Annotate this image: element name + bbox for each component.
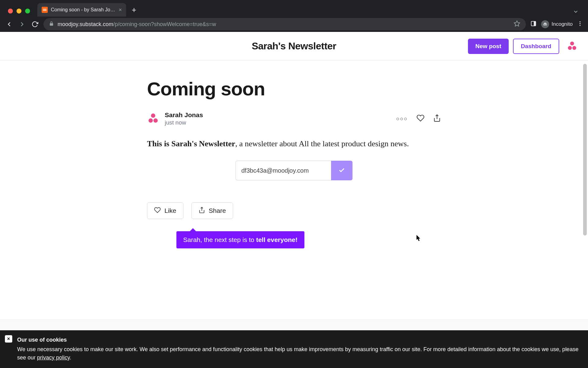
like-icon[interactable] bbox=[417, 114, 424, 123]
share-top-icon[interactable] bbox=[433, 114, 441, 123]
svg-point-12 bbox=[149, 118, 153, 123]
cookie-banner: × Our use of cookies We use necessary co… bbox=[0, 330, 588, 368]
callout-prefix: Sarah, the next step is to bbox=[183, 236, 256, 243]
svg-point-11 bbox=[151, 113, 155, 118]
tab-bar: Coming soon - by Sarah Jonas × + bbox=[37, 3, 136, 17]
like-button[interactable]: Like bbox=[147, 202, 183, 219]
browser-toolbar: moodjoy.substack.com/p/coming-soon?showW… bbox=[0, 17, 588, 32]
post-body-strong: This is Sarah's Newsletter bbox=[147, 139, 235, 148]
svg-point-10 bbox=[572, 46, 576, 50]
window-controls bbox=[8, 9, 30, 13]
svg-marker-0 bbox=[514, 21, 520, 26]
heart-icon bbox=[154, 207, 161, 215]
like-label: Like bbox=[164, 207, 176, 214]
cookie-body-line: We use necessary cookies to make our sit… bbox=[17, 345, 580, 362]
url-text: moodjoy.substack.com/p/coming-soon?showW… bbox=[58, 21, 216, 28]
url-host: moodjoy.substack.com bbox=[58, 21, 113, 27]
svg-point-8 bbox=[570, 41, 574, 45]
svg-point-3 bbox=[544, 24, 545, 25]
email-value: df3bc43a@moodjoy.com bbox=[241, 167, 309, 174]
nav-forward-button[interactable] bbox=[18, 21, 26, 28]
svg-point-7 bbox=[579, 25, 580, 26]
tab-title: Coming soon - by Sarah Jonas bbox=[51, 7, 115, 13]
window-close-button[interactable] bbox=[8, 9, 13, 13]
incognito-indicator[interactable]: Incognito bbox=[541, 20, 573, 28]
svg-point-4 bbox=[545, 24, 547, 25]
share-button[interactable]: Share bbox=[191, 202, 233, 219]
post-meta-actions: ○○○ bbox=[396, 114, 441, 123]
article: Coming soon Sarah Jonas just now ○○○ bbox=[147, 61, 441, 248]
cookie-body: We use necessary cookies to make our sit… bbox=[17, 346, 579, 361]
window-minimize-button[interactable] bbox=[17, 9, 21, 13]
onboarding-callout[interactable]: Sarah, the next step is to tell everyone… bbox=[176, 231, 304, 248]
author-name[interactable]: Sarah Jonas bbox=[165, 111, 203, 119]
dashboard-button[interactable]: Dashboard bbox=[513, 39, 559, 54]
callout-strong: tell everyone! bbox=[256, 236, 297, 243]
page-content: Sarah's Newsletter New post Dashboard Co… bbox=[0, 32, 588, 368]
extensions-icon[interactable] bbox=[530, 20, 537, 28]
browser-chrome: Coming soon - by Sarah Jonas × + moodjoy… bbox=[0, 0, 588, 32]
share-icon bbox=[198, 207, 205, 215]
substack-favicon-icon bbox=[42, 7, 48, 13]
cookie-period: . bbox=[70, 355, 71, 361]
site-title[interactable]: Sarah's Newsletter bbox=[252, 40, 336, 52]
checkmark-icon bbox=[338, 167, 345, 174]
url-path: /p/coming-soon?showWelcome=true&s=w bbox=[113, 21, 216, 27]
cookie-close-button[interactable]: × bbox=[5, 335, 12, 343]
svg-point-5 bbox=[579, 21, 580, 22]
cookie-title: Our use of cookies bbox=[17, 336, 580, 344]
post-timestamp: just now bbox=[165, 119, 203, 126]
nav-back-button[interactable] bbox=[5, 21, 13, 28]
more-options-icon[interactable]: ○○○ bbox=[396, 116, 408, 122]
share-label: Share bbox=[209, 207, 226, 214]
scrollbar-track[interactable] bbox=[582, 64, 587, 368]
bookmark-star-icon[interactable] bbox=[514, 20, 520, 29]
post-meta: Sarah Jonas just now ○○○ bbox=[147, 111, 441, 126]
incognito-icon bbox=[541, 20, 549, 28]
engagement-row: Like Share bbox=[147, 202, 441, 219]
url-bar[interactable]: moodjoy.substack.com/p/coming-soon?showW… bbox=[43, 18, 526, 30]
toolbar-right: Incognito bbox=[530, 20, 583, 28]
post-meta-text: Sarah Jonas just now bbox=[165, 111, 203, 126]
svg-point-6 bbox=[579, 23, 580, 24]
site-header: Sarah's Newsletter New post Dashboard bbox=[0, 32, 588, 61]
browser-tab[interactable]: Coming soon - by Sarah Jonas × bbox=[37, 3, 126, 17]
subscribe-submit-button[interactable] bbox=[331, 161, 352, 180]
email-input[interactable]: df3bc43a@moodjoy.com bbox=[236, 161, 331, 180]
incognito-label: Incognito bbox=[552, 21, 573, 27]
cookie-privacy-link[interactable]: privacy policy bbox=[37, 355, 70, 361]
post-body-rest: , a newsletter about All the latest prod… bbox=[235, 139, 409, 148]
user-avatar[interactable] bbox=[567, 40, 578, 52]
lock-icon bbox=[49, 21, 54, 28]
subscribe-row: df3bc43a@moodjoy.com bbox=[147, 161, 441, 180]
post-body: This is Sarah's Newsletter, a newsletter… bbox=[147, 138, 441, 150]
tab-close-icon[interactable]: × bbox=[119, 7, 122, 13]
new-tab-button[interactable]: + bbox=[132, 5, 136, 15]
post-title: Coming soon bbox=[147, 78, 441, 100]
new-post-button[interactable]: New post bbox=[468, 39, 508, 54]
header-actions: New post Dashboard bbox=[468, 39, 578, 54]
author-avatar[interactable] bbox=[147, 112, 159, 125]
svg-point-13 bbox=[153, 118, 158, 123]
chrome-menu-chevron-icon[interactable] bbox=[573, 9, 579, 16]
window-maximize-button[interactable] bbox=[25, 9, 30, 13]
svg-rect-2 bbox=[534, 21, 536, 26]
svg-point-9 bbox=[568, 46, 572, 50]
browser-menu-icon[interactable] bbox=[577, 21, 583, 28]
subscribe-form: df3bc43a@moodjoy.com bbox=[236, 161, 352, 180]
scrollbar-thumb[interactable] bbox=[583, 64, 587, 236]
nav-reload-button[interactable] bbox=[31, 21, 39, 28]
